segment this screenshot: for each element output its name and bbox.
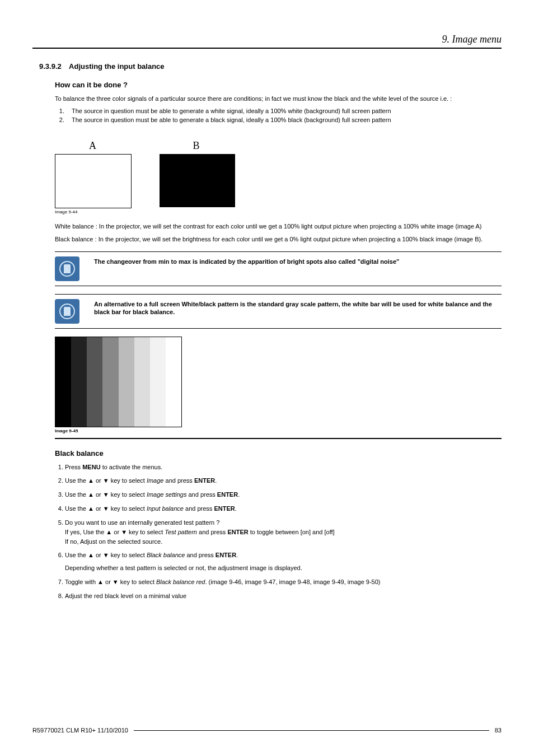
figure-label-b: B xyxy=(158,140,234,152)
grayscale-bar xyxy=(166,337,181,427)
step-3: Use the ▲ or ▼ key to select Image setti… xyxy=(65,491,502,499)
page-number: 83 xyxy=(495,727,502,734)
black-pattern-box xyxy=(160,154,235,207)
grayscale-bar xyxy=(119,337,134,427)
grayscale-pattern xyxy=(55,337,182,427)
section-title: Adjusting the input balance xyxy=(69,62,164,71)
step-1: Press MENU to activate the menus. xyxy=(65,463,502,472)
figure-label-a: A xyxy=(55,140,130,152)
figure-1-caption: Image 9-44 xyxy=(55,209,502,214)
note-2-text: An alternative to a full screen White/bl… xyxy=(94,299,502,317)
figure-images-row xyxy=(55,154,502,208)
grayscale-bar xyxy=(134,337,150,427)
step-6: Use the ▲ or ▼ key to select Black balan… xyxy=(65,551,502,572)
note-2: An alternative to a full screen White/bl… xyxy=(55,294,502,329)
step-2: Use the ▲ or ▼ key to select Image and p… xyxy=(65,477,502,485)
note-icon xyxy=(55,256,79,281)
condition-2: The source in question must be able to g… xyxy=(66,116,502,123)
subheading-how: How can it be done ? xyxy=(55,81,502,89)
grayscale-bar xyxy=(87,337,102,427)
footer-rule xyxy=(134,730,489,731)
note-1-text: The changeover from min to max is indica… xyxy=(94,256,502,266)
white-pattern-box xyxy=(55,154,132,208)
intro-text: To balance the three color signals of a … xyxy=(55,95,502,103)
steps-list: Press MENU to activate the menus. Use th… xyxy=(55,463,502,600)
figure-2-caption: Image 9-45 xyxy=(55,428,502,433)
step-8: Adjust the red black level on a minimal … xyxy=(65,592,502,600)
subheading-black-balance: Black balance xyxy=(55,449,502,458)
condition-1: The source in question must be able to g… xyxy=(66,108,502,114)
black-balance-text: Black balance : In the projector, we wil… xyxy=(55,235,502,244)
chapter-header: 9. Image menu xyxy=(32,34,502,49)
grayscale-bar xyxy=(102,337,118,427)
page-footer: R59770021 CLM R10+ 11/10/2010 83 xyxy=(32,727,502,734)
footer-left: R59770021 CLM R10+ 11/10/2010 xyxy=(32,727,128,734)
note-icon xyxy=(55,299,79,324)
grayscale-bar xyxy=(71,337,87,427)
grayscale-bar xyxy=(150,337,166,427)
grayscale-bar xyxy=(55,337,71,427)
step-7: Toggle with ▲ or ▼ key to select Black b… xyxy=(65,578,502,586)
section-number: 9.3.9.2 xyxy=(39,62,62,71)
conditions-list: The source in question must be able to g… xyxy=(55,108,502,123)
note-1: The changeover from min to max is indica… xyxy=(55,251,502,286)
white-balance-text: White balance : In the projector, we wil… xyxy=(55,222,502,231)
figure-labels-row: A B xyxy=(55,140,502,152)
step-4: Use the ▲ or ▼ key to select Input balan… xyxy=(65,505,502,513)
step-5: Do you want to use an internally generat… xyxy=(65,519,502,546)
horizontal-rule xyxy=(55,438,502,439)
section-heading: 9.3.9.2 Adjusting the input balance xyxy=(39,62,502,71)
